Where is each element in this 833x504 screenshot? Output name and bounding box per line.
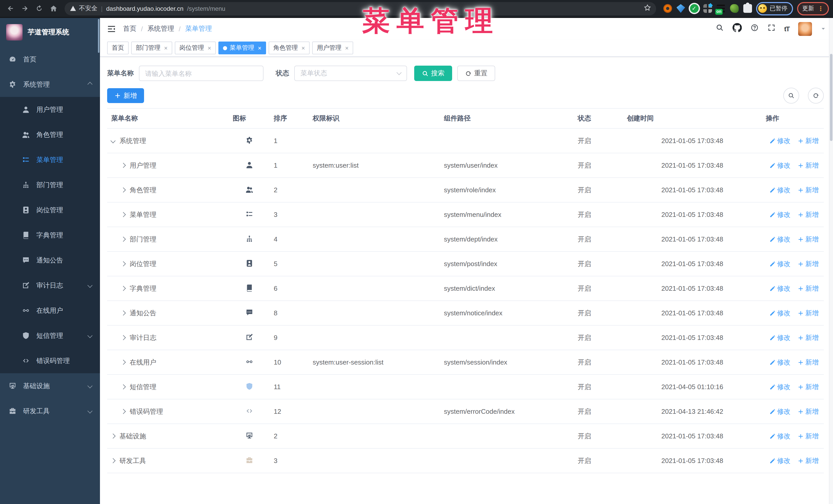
address-bar[interactable]: 不安全 | dashboard.yudao.iocoder.cn/system/… [65, 2, 656, 15]
extension-gem-icon[interactable] [676, 4, 685, 13]
row-edit-link[interactable]: 修改 [769, 382, 790, 391]
window-scrollbar-thumb[interactable] [830, 54, 832, 141]
row-add-link[interactable]: 新增 [798, 456, 819, 465]
sidebar-item[interactable]: 审计日志 [0, 273, 100, 298]
sidebar-collapse-icon[interactable] [107, 24, 116, 33]
browser-update-button[interactable]: 更新 ⋮ [797, 2, 829, 15]
row-add-link[interactable]: 新增 [798, 136, 819, 145]
row-edit-link[interactable]: 修改 [769, 136, 790, 145]
sidebar-item[interactable]: 部门管理 [0, 172, 100, 197]
browser-forward-icon[interactable] [19, 2, 31, 15]
row-edit-link[interactable]: 修改 [769, 284, 790, 293]
row-expand-icon[interactable] [111, 458, 116, 463]
toggle-search-button[interactable] [783, 88, 799, 103]
tab-close-icon[interactable]: × [164, 45, 168, 51]
browser-reload-icon[interactable] [33, 2, 45, 15]
row-add-link[interactable]: 新增 [798, 185, 819, 195]
help-icon[interactable] [750, 24, 758, 34]
row-edit-link[interactable]: 修改 [769, 407, 790, 416]
extension-list-icon[interactable]: on [716, 4, 725, 13]
app-logo[interactable]: 芋道管理系统 [0, 18, 100, 47]
reset-button[interactable]: 重置 [457, 66, 495, 81]
security-warning-icon[interactable]: 不安全 [70, 4, 97, 13]
row-expand-icon[interactable] [121, 335, 126, 340]
row-add-link[interactable]: 新增 [798, 358, 819, 367]
breadcrumb-item[interactable]: 首页 [123, 24, 136, 33]
row-expand-icon[interactable] [121, 237, 126, 242]
extension-grid-icon[interactable] [703, 4, 712, 13]
row-add-link[interactable]: 新增 [798, 259, 819, 268]
add-button[interactable]: 新增 [107, 88, 144, 103]
row-add-link[interactable]: 新增 [798, 407, 819, 416]
tab-close-icon[interactable]: × [302, 45, 305, 51]
row-edit-link[interactable]: 修改 [769, 161, 790, 170]
window-scrollbar[interactable] [829, 18, 833, 504]
row-expand-icon[interactable] [121, 163, 126, 168]
sidebar-item[interactable]: 角色管理 [0, 122, 100, 147]
sidebar-item[interactable]: 研发工具 [0, 399, 100, 424]
sidebar-item[interactable]: 错误码管理 [0, 348, 100, 373]
tab-active[interactable]: 菜单管理× [218, 42, 266, 54]
row-collapse-icon[interactable] [111, 138, 116, 143]
user-menu-caret-icon[interactable] [821, 24, 826, 33]
sidebar-item[interactable]: 通知公告 [0, 248, 100, 273]
extensions-puzzle-icon[interactable] [743, 4, 752, 13]
row-edit-link[interactable]: 修改 [769, 185, 790, 195]
sidebar-item[interactable]: 用户管理 [0, 97, 100, 122]
row-expand-icon[interactable] [121, 409, 126, 414]
sidebar-item[interactable]: 短信管理 [0, 323, 100, 348]
row-add-link[interactable]: 新增 [798, 308, 819, 318]
tab[interactable]: 首页 [107, 42, 129, 54]
row-add-link[interactable]: 新增 [798, 210, 819, 219]
fullscreen-icon[interactable] [767, 24, 775, 34]
refresh-table-button[interactable] [808, 88, 824, 103]
row-add-link[interactable]: 新增 [798, 382, 819, 391]
row-edit-link[interactable]: 修改 [769, 456, 790, 465]
tab[interactable]: 岗位管理× [175, 42, 216, 54]
tab[interactable]: 角色管理× [269, 42, 310, 54]
breadcrumb-item[interactable]: 系统管理 [147, 24, 174, 33]
row-edit-link[interactable]: 修改 [769, 210, 790, 219]
row-edit-link[interactable]: 修改 [769, 259, 790, 268]
row-expand-icon[interactable] [121, 261, 126, 266]
row-add-link[interactable]: 新增 [798, 235, 819, 244]
browser-home-icon[interactable] [47, 2, 60, 15]
menu-name-input[interactable] [139, 66, 263, 81]
font-size-icon[interactable]: tT [784, 25, 789, 32]
tab-close-icon[interactable]: × [208, 45, 211, 51]
bookmark-star-icon[interactable] [644, 4, 651, 13]
browser-back-icon[interactable] [4, 2, 17, 15]
sidebar-item[interactable]: 系统管理 [0, 72, 100, 97]
search-button[interactable]: 搜索 [414, 66, 452, 81]
tab[interactable]: 部门管理× [131, 42, 172, 54]
extension-check-icon[interactable]: ✓ [690, 4, 698, 13]
row-edit-link[interactable]: 修改 [769, 308, 790, 318]
row-add-link[interactable]: 新增 [798, 161, 819, 170]
sidebar-item[interactable]: 首页 [0, 47, 100, 72]
row-add-link[interactable]: 新增 [798, 284, 819, 293]
row-expand-icon[interactable] [121, 212, 126, 217]
row-add-link[interactable]: 新增 [798, 333, 819, 342]
sidebar-item[interactable]: 字典管理 [0, 222, 100, 248]
status-select[interactable]: 菜单状态 [294, 66, 407, 81]
row-edit-link[interactable]: 修改 [769, 431, 790, 441]
row-expand-icon[interactable] [111, 433, 116, 439]
sidebar-item-active[interactable]: 菜单管理 [0, 147, 100, 172]
github-icon[interactable] [732, 23, 741, 34]
sidebar-scrollbar-thumb[interactable] [98, 19, 99, 53]
row-expand-icon[interactable] [121, 360, 126, 365]
row-edit-link[interactable]: 修改 [769, 333, 790, 342]
tab-close-icon[interactable]: × [258, 45, 261, 51]
browser-profile-button[interactable]: 已暂停 [756, 2, 793, 15]
row-edit-link[interactable]: 修改 [769, 235, 790, 244]
extension-target-icon[interactable] [663, 4, 672, 13]
extension-paw-icon[interactable] [730, 4, 738, 13]
sidebar-item[interactable]: 基础设施 [0, 373, 100, 399]
search-icon[interactable] [715, 24, 723, 34]
row-edit-link[interactable]: 修改 [769, 358, 790, 367]
tab-close-icon[interactable]: × [345, 45, 349, 51]
row-expand-icon[interactable] [121, 310, 126, 316]
user-avatar[interactable] [798, 22, 812, 35]
tab[interactable]: 用户管理× [312, 42, 353, 54]
sidebar-item[interactable]: 在线用户 [0, 298, 100, 323]
